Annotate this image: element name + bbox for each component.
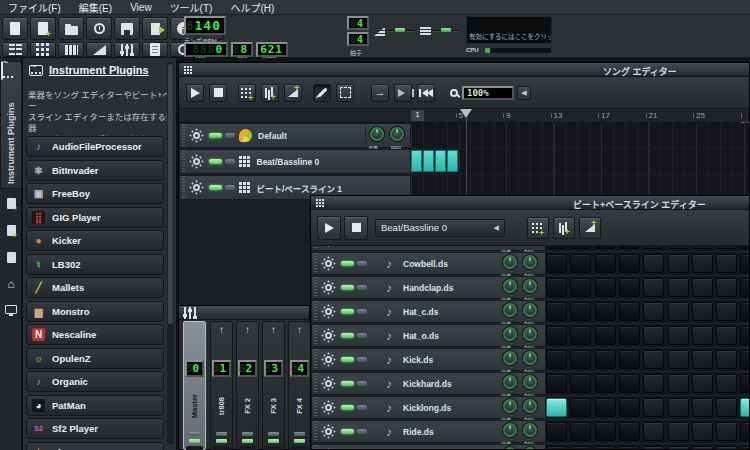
volume-knob[interactable] <box>503 399 517 413</box>
pan-knob[interactable] <box>523 423 537 437</box>
solo-led[interactable] <box>357 261 367 266</box>
beat-step-cell[interactable] <box>740 398 749 417</box>
play-button[interactable] <box>317 216 341 240</box>
fx-mixer-button[interactable] <box>114 42 140 57</box>
my-presets-icon[interactable] <box>7 225 16 236</box>
pan-knob[interactable] <box>523 303 537 317</box>
beat-step-cell[interactable] <box>716 246 737 249</box>
track-header[interactable]: ♪Kick.ds音量PAN <box>311 348 546 371</box>
beat-step-cell[interactable] <box>570 446 591 449</box>
add-bb-track-button[interactable] <box>238 84 256 102</box>
timeline-bar-number[interactable]: 17 <box>598 111 610 120</box>
volume-knob[interactable] <box>503 303 517 317</box>
track-header[interactable]: ♪Hat_o.ds音量PAN <box>311 324 546 347</box>
track-grip-handle[interactable] <box>180 124 186 147</box>
gear-icon[interactable] <box>325 404 332 411</box>
gear-icon[interactable] <box>325 428 332 435</box>
master-pitch-slider[interactable] <box>432 25 460 37</box>
beat-step-cell[interactable] <box>619 446 640 449</box>
plugin-item-patman[interactable]: ◕PatMan <box>26 395 164 416</box>
volume-knob[interactable] <box>503 279 517 293</box>
beat-step-cell[interactable] <box>546 350 567 369</box>
track-header[interactable]: ♪Hat_c.ds音量PAN <box>311 300 546 323</box>
track-header[interactable]: ♪音量PAN <box>311 444 546 449</box>
bb-pattern-segment[interactable] <box>411 150 422 172</box>
beat-step-cell[interactable] <box>643 422 664 441</box>
beat-step-cell[interactable] <box>740 446 749 449</box>
beat-step-cell[interactable] <box>595 422 616 441</box>
bb-editor-titlebar[interactable]: ビート+ベースライン エディター <box>311 196 749 210</box>
mute-led[interactable] <box>209 133 222 138</box>
export-project-button[interactable] <box>142 17 168 40</box>
beat-step-cell[interactable] <box>643 350 664 369</box>
zoom-dropdown-button[interactable]: ◀ <box>517 86 531 100</box>
track-header[interactable]: ♪Kicklong.ds音量PAN <box>311 396 546 419</box>
solo-led[interactable] <box>357 405 367 410</box>
beat-step-cell[interactable] <box>740 302 749 321</box>
tab-instrument-plugins[interactable]: Instrument Plugins <box>0 61 22 189</box>
track-grip-handle[interactable] <box>312 301 318 322</box>
solo-led[interactable] <box>216 432 227 436</box>
beat-step-cell[interactable] <box>595 374 616 393</box>
track-header[interactable]: ♪音量PAN <box>311 246 546 251</box>
slider-handle[interactable] <box>440 27 452 33</box>
timeline-bar-number[interactable]: 21 <box>646 111 658 120</box>
beat-step-cell[interactable] <box>740 254 749 273</box>
skip-to-end-button[interactable] <box>394 84 412 102</box>
send-arrow-icon[interactable]: ↑ <box>289 324 310 335</box>
plugin-item-freeboy[interactable]: ▣FreeBoy <box>26 183 164 204</box>
track-grip-handle[interactable] <box>312 246 318 250</box>
add-automation-track-button[interactable] <box>284 84 302 102</box>
send-arrow-icon[interactable]: ↑ <box>211 324 232 335</box>
beat-step-cell[interactable] <box>716 422 737 441</box>
beat-step-cell[interactable] <box>595 398 616 417</box>
pan-knob[interactable] <box>523 351 537 365</box>
track-grip-handle[interactable] <box>312 445 318 449</box>
beat-step-cell[interactable] <box>692 254 713 273</box>
timeline-bar-number[interactable]: 25 <box>693 111 705 120</box>
volume-knob[interactable] <box>503 375 517 389</box>
add-bb-track-button[interactable] <box>527 217 549 239</box>
track-grip-handle[interactable] <box>312 325 318 346</box>
beat-step-cell[interactable] <box>619 422 640 441</box>
beat-step-cell[interactable] <box>570 422 591 441</box>
mute-led[interactable] <box>341 333 354 338</box>
edit-mode-button[interactable] <box>336 84 354 102</box>
beat-step-cell[interactable] <box>716 278 737 297</box>
menu-item[interactable]: View <box>130 2 152 13</box>
beat-step-cell[interactable] <box>643 246 664 249</box>
mute-led[interactable] <box>341 261 354 266</box>
beat-step-cell[interactable] <box>692 446 713 449</box>
track-grip-handle[interactable] <box>180 150 186 173</box>
beat-step-cell[interactable] <box>595 278 616 297</box>
beat-step-cell[interactable] <box>570 302 591 321</box>
gear-icon[interactable] <box>325 260 332 267</box>
track-grip-handle[interactable] <box>312 253 318 274</box>
beat-step-cell[interactable] <box>692 302 713 321</box>
mute-led[interactable] <box>341 381 354 386</box>
beat-step-cell[interactable] <box>668 254 689 273</box>
solo-led[interactable] <box>357 309 367 314</box>
send-arrow-icon[interactable]: ↑ <box>237 324 258 335</box>
mute-led[interactable] <box>341 357 354 362</box>
beat-step-cell[interactable] <box>595 446 616 449</box>
fx-channel-strip[interactable]: ↑84FX 4 <box>288 321 311 450</box>
beat-step-cell[interactable] <box>668 302 689 321</box>
menu-item[interactable]: ツール(T) <box>170 0 213 15</box>
plugin-item-audiofileprocessor[interactable]: ♪AudioFileProcessor <box>26 136 164 157</box>
beat-step-cell[interactable] <box>619 246 640 249</box>
stop-button[interactable] <box>344 216 368 240</box>
beat-step-cell[interactable] <box>668 246 689 249</box>
beat-step-cell[interactable] <box>668 422 689 441</box>
timeline-bar-number[interactable]: 9 <box>503 111 510 120</box>
volume-knob[interactable] <box>503 255 517 269</box>
channel-fader[interactable] <box>239 446 256 450</box>
track-grip-handle[interactable] <box>180 176 186 199</box>
beat-step-cell[interactable] <box>668 398 689 417</box>
beat-step-cell[interactable] <box>740 278 749 297</box>
song-editor-titlebar[interactable]: ソング エディター <box>179 63 749 77</box>
plugin-item-kicker[interactable]: ●Kicker <box>26 230 164 251</box>
beat-step-cell[interactable] <box>643 374 664 393</box>
beat-step-cell[interactable] <box>716 326 737 345</box>
beat-step-cell[interactable] <box>619 374 640 393</box>
